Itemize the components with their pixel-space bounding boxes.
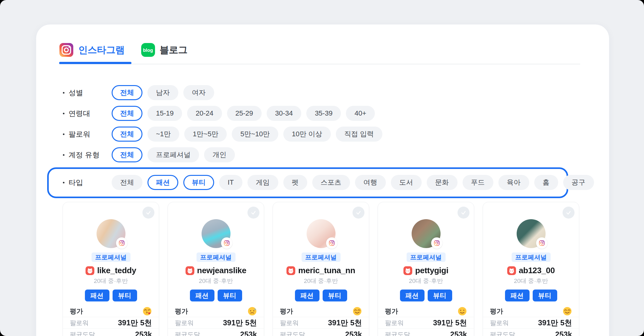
- username: meric_tuna_nn: [298, 266, 355, 275]
- followers-value: 391만 5천: [328, 318, 362, 328]
- check-icon: [355, 209, 362, 216]
- tab-instagram[interactable]: 인스타그램: [59, 43, 125, 57]
- followers-value: 391만 5천: [538, 318, 572, 328]
- page-background: 인스타그램 blog 블로그 성별 전체 남자 여자 연령대: [0, 0, 644, 336]
- age-group: 20대 중·후반: [514, 277, 548, 285]
- rating-row: 평가: [483, 305, 579, 317]
- search-panel: 인스타그램 blog 블로그 성별 전체 남자 여자 연령대: [36, 24, 609, 336]
- influencer-card[interactable]: 프로페셔널 meric_tuna_nn 20대 중·후반 패션 뷰티 평가: [273, 202, 369, 336]
- chip-age-40plus[interactable]: 40+: [346, 106, 375, 121]
- chip-followers-50k-100k[interactable]: 5만~10만: [232, 127, 278, 142]
- select-checkbox[interactable]: [563, 207, 575, 219]
- influencer-card[interactable]: 프로페셔널 like_teddy 20대 중·후반 패션 뷰티 평가: [63, 202, 159, 336]
- chip-type-parenting[interactable]: 육아: [498, 175, 529, 190]
- filter-row-followers: 팔로워 전체 ~1만 1만~5만 5만~10만 10만 이상 직접 입력: [36, 127, 609, 142]
- filter-label-followers: 팔로워: [63, 129, 112, 139]
- category-tag-beauty: 뷰티: [113, 290, 137, 301]
- chip-followers-under-10k[interactable]: ~1만: [147, 127, 179, 142]
- chip-followers-over-100k[interactable]: 10만 이상: [283, 127, 331, 142]
- rating-row: 평가: [273, 305, 369, 317]
- chip-type-group-buy[interactable]: 공구: [563, 175, 594, 190]
- chip-gender-male[interactable]: 남자: [147, 85, 178, 100]
- chip-account-professional[interactable]: 프로페셔널: [147, 147, 199, 162]
- chip-followers-custom[interactable]: 직접 입력: [336, 127, 382, 142]
- chip-type-sports[interactable]: 스포츠: [312, 175, 350, 190]
- account-type-chips: 전체 프로페셔널 개인: [112, 147, 235, 162]
- metrics-table: 평가 팔로워 391만 5천 평균도달 253k: [63, 305, 159, 336]
- chip-account-all[interactable]: 전체: [112, 147, 142, 162]
- influencer-card[interactable]: 프로페셔널 newjeanslike 20대 중·후반 패션 뷰티 평가: [168, 202, 264, 336]
- category-tag-fashion: 패션: [85, 290, 109, 301]
- rating-row: 평가: [378, 305, 474, 317]
- category-tag-beauty: 뷰티: [533, 290, 557, 301]
- avg-reach-value: 253k: [450, 330, 467, 336]
- select-checkbox[interactable]: [353, 207, 364, 219]
- chip-type-culture[interactable]: 문화: [427, 175, 458, 190]
- tab-blog[interactable]: blog 블로그: [141, 43, 188, 57]
- chip-age-30-34[interactable]: 30-34: [267, 106, 301, 121]
- chip-type-game[interactable]: 게임: [247, 175, 278, 190]
- category-tag-beauty: 뷰티: [428, 290, 452, 301]
- rating-row: 평가: [63, 305, 159, 317]
- select-checkbox[interactable]: [247, 207, 259, 219]
- tab-instagram-label: 인스타그램: [78, 44, 125, 57]
- creator-face-icon: [186, 266, 194, 275]
- username: ab123_00: [519, 266, 555, 275]
- chip-followers-all[interactable]: 전체: [112, 127, 142, 142]
- chip-age-20-24[interactable]: 20-24: [187, 106, 222, 121]
- avg-reach-value: 253k: [345, 330, 362, 336]
- chip-type-fashion[interactable]: 패션: [147, 175, 178, 190]
- creator-face-icon: [286, 266, 295, 275]
- rating-emoji-slight-smile: [458, 306, 467, 316]
- active-tab-underline: [59, 62, 131, 64]
- instagram-badge-icon: [221, 237, 232, 249]
- followers-value: 391만 5천: [433, 318, 467, 328]
- bullet-dot: [63, 133, 64, 135]
- filter-section: 성별 전체 남자 여자 연령대 전체 15-19 20-24 25-29 30-…: [36, 85, 609, 198]
- age-chips: 전체 15-19 20-24 25-29 30-34 35-39 40+: [112, 106, 375, 121]
- bullet-dot: [63, 113, 64, 114]
- select-checkbox[interactable]: [458, 207, 469, 219]
- influencer-card[interactable]: 프로페셔널 pettygigi 20대 중·후반 패션 뷰티 평가: [378, 202, 474, 336]
- chip-type-beauty[interactable]: 뷰티: [183, 175, 214, 190]
- filter-row-age: 연령대 전체 15-19 20-24 25-29 30-34 35-39 40+: [36, 106, 609, 121]
- avg-reach-row: 평균도달 253k: [378, 328, 474, 336]
- chip-age-25-29[interactable]: 25-29: [227, 106, 262, 121]
- chip-type-books[interactable]: 도서: [391, 175, 422, 190]
- chip-type-travel[interactable]: 여행: [355, 175, 386, 190]
- chip-type-food[interactable]: 푸드: [463, 175, 493, 190]
- avg-reach-value: 253k: [240, 330, 257, 336]
- instagram-badge-icon: [431, 237, 442, 249]
- chip-type-home[interactable]: 홈: [534, 175, 558, 190]
- check-icon: [145, 209, 152, 216]
- chip-followers-10k-50k[interactable]: 1만~5만: [184, 127, 227, 142]
- chip-gender-female[interactable]: 여자: [183, 85, 214, 100]
- category-tag-fashion: 패션: [400, 290, 425, 301]
- select-checkbox[interactable]: [142, 207, 154, 219]
- avg-reach-row: 평균도달 253k: [63, 328, 159, 336]
- instagram-badge-icon: [116, 237, 127, 249]
- rating-emoji-downcast-face-sweat: [247, 306, 257, 316]
- chip-gender-all[interactable]: 전체: [112, 85, 142, 100]
- type-filter-highlight-box: 타입 전체 패션 뷰티 IT 게임 펫 스포츠 여행 도서 문화 푸드 육아: [47, 167, 568, 198]
- influencer-card[interactable]: 프로페셔널 ab123_00 20대 중·후반 패션 뷰티 평가: [483, 202, 579, 336]
- username: like_teddy: [97, 266, 136, 275]
- followers-value: 391만 5천: [118, 318, 152, 328]
- chip-age-35-39[interactable]: 35-39: [306, 106, 341, 121]
- chip-age-all[interactable]: 전체: [112, 106, 142, 121]
- username: pettygigi: [415, 266, 448, 275]
- age-group: 20대 중·후반: [409, 277, 443, 285]
- chip-age-15-19[interactable]: 15-19: [147, 106, 182, 121]
- avg-reach-value: 253k: [555, 330, 572, 336]
- account-type-badge: 프로페셔널: [92, 252, 130, 262]
- chip-account-personal[interactable]: 개인: [204, 147, 235, 162]
- tab-blog-label: 블로그: [160, 44, 188, 57]
- chip-type-all[interactable]: 전체: [112, 175, 142, 190]
- type-chips: 전체 패션 뷰티 IT 게임 펫 스포츠 여행 도서 문화 푸드 육아 홈 공구: [112, 175, 594, 190]
- chip-type-it[interactable]: IT: [219, 175, 242, 190]
- account-type-badge: 프로페셔널: [302, 252, 341, 262]
- tab-bar: 인스타그램 blog 블로그: [59, 43, 187, 57]
- avg-reach-row: 평균도달 253k: [483, 328, 579, 336]
- chip-type-pet[interactable]: 펫: [283, 175, 307, 190]
- filter-label-age: 연령대: [63, 109, 112, 118]
